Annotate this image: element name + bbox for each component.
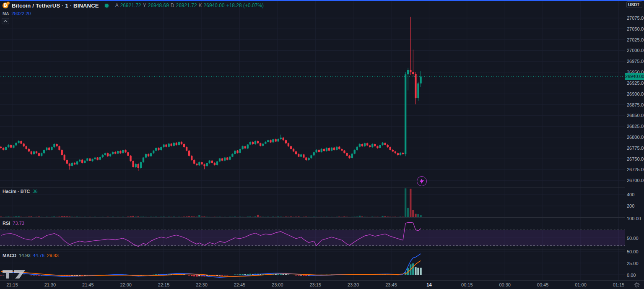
price-tick: 26700.00 — [627, 178, 644, 183]
time-tick: 00:45 — [537, 282, 549, 287]
macd-hist-value: 14.93 — [19, 253, 31, 258]
legend-collapse-button[interactable] — [2, 18, 9, 24]
rsi-tick: 100.00 — [627, 216, 641, 221]
macd-tick: 25.00 — [627, 261, 639, 266]
rsi-label[interactable]: RSI — [3, 221, 10, 226]
price-tick: 26900.00 — [627, 91, 644, 96]
price-axis[interactable]: USDT 27075.0027050.0027025.0027000.00269… — [625, 0, 644, 280]
price-tick: 26825.00 — [627, 124, 644, 129]
market-status-icon[interactable] — [105, 4, 109, 8]
macd-tick: 50.00 — [627, 249, 639, 254]
price-tick: 27025.00 — [627, 37, 644, 42]
macd-label[interactable]: MACD — [3, 253, 16, 258]
price-tick: 26850.00 — [627, 113, 644, 118]
rsi-legend: RSI 73.73 — [3, 221, 24, 226]
price-tick: 27075.00 — [627, 16, 644, 21]
rsi-value: 73.73 — [13, 221, 24, 226]
change-value: +18.28 (+0.07%) — [226, 3, 264, 8]
high-value: 26948.69 — [148, 3, 169, 8]
ma-label[interactable]: MA — [3, 11, 9, 16]
low-value: 26921.72 — [176, 3, 197, 8]
macd-line-value: 44.76 — [33, 253, 45, 258]
ma-legend: MA 28022.20 — [3, 11, 31, 16]
time-tick: 23:15 — [309, 282, 321, 287]
volume-legend: Hacim · BTC 36 — [3, 189, 38, 194]
lightning-bolt-glyph — [419, 178, 424, 184]
macd-tick: 0.00 — [627, 273, 636, 278]
time-tick: 01:00 — [575, 282, 587, 287]
time-tick: 23:00 — [272, 282, 283, 287]
time-tick: 00:30 — [499, 282, 511, 287]
time-tick: 14 — [426, 282, 431, 287]
open-label: A — [115, 3, 119, 8]
close-value: 26940.00 — [204, 3, 225, 8]
high-label: Y — [143, 3, 146, 8]
volume-label[interactable]: Hacim · BTC — [3, 189, 30, 194]
time-tick: 23:45 — [385, 282, 397, 287]
volume-tick: 400 — [627, 192, 634, 197]
pane-divider[interactable] — [0, 217, 644, 218]
macd-signal-value: 29.83 — [47, 253, 59, 258]
chart-canvas[interactable] — [0, 0, 625, 280]
tradingview-watermark — [3, 269, 32, 281]
price-tick: 27050.00 — [627, 26, 644, 31]
price-tick: 26775.00 — [627, 146, 644, 151]
price-tick: 26975.00 — [627, 59, 644, 64]
price-tick: 27000.00 — [627, 48, 644, 53]
chevron-down-icon — [639, 4, 641, 6]
low-label: D — [171, 3, 174, 8]
ma-value: 28022.20 — [12, 11, 31, 16]
volume-tick: 200 — [627, 203, 634, 208]
time-tick: 22:00 — [120, 282, 132, 287]
open-value: 26921.72 — [120, 3, 141, 8]
price-tick: 26800.00 — [627, 135, 644, 140]
top-accent-border — [0, 0, 644, 1]
price-tick: 26875.00 — [627, 102, 644, 107]
pane-divider[interactable] — [0, 187, 644, 187]
volume-value: 36 — [32, 189, 37, 194]
time-tick: 23:30 — [348, 282, 359, 287]
gear-icon[interactable] — [634, 282, 641, 289]
chevron-up-icon — [3, 20, 8, 23]
close-label: K — [199, 3, 202, 8]
time-tick: 22:15 — [158, 282, 170, 287]
ohlc-values: A26921.72 Y26948.69 D26921.72 K26940.00 … — [115, 3, 264, 8]
time-tick: 21:45 — [82, 282, 94, 287]
price-tick: 26750.00 — [627, 156, 644, 161]
bitcoin-logo-icon: B — [3, 2, 9, 9]
macd-legend: MACD 14.93 44.76 29.83 — [3, 253, 59, 258]
time-tick: 01:15 — [613, 282, 625, 287]
time-axis[interactable]: 21:1521:3021:4522:0022:1522:3022:4523:00… — [0, 280, 644, 289]
time-tick: 00:15 — [461, 282, 473, 287]
currency-selector-button[interactable]: USDT — [626, 1, 642, 8]
lightning-icon[interactable] — [417, 176, 427, 186]
pane-divider[interactable] — [0, 250, 644, 250]
symbol-legend: B Bitcoin / TetherUS · 1 · BINANCE A2692… — [3, 2, 264, 9]
price-tick: 26725.00 — [627, 167, 644, 172]
currency-label: USDT — [628, 3, 639, 7]
current-price-tag: 26940.00 — [625, 73, 644, 80]
trading-chart-app: { "header": { "symbol_title": "Bitcoin /… — [0, 0, 644, 289]
price-tick: 26925.00 — [627, 81, 644, 86]
time-tick: 22:45 — [234, 282, 246, 287]
rsi-tick: 50.00 — [627, 236, 639, 241]
time-tick: 21:15 — [6, 282, 18, 287]
symbol-title[interactable]: Bitcoin / TetherUS · 1 · BINANCE — [12, 3, 99, 9]
time-tick: 22:30 — [196, 282, 208, 287]
time-tick: 21:30 — [44, 282, 56, 287]
